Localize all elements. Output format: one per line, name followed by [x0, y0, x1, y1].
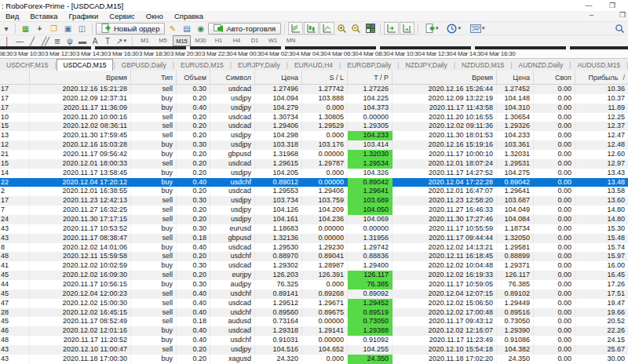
menu-item[interactable]: Вставка [24, 12, 63, 20]
chart-shift-icon[interactable] [400, 22, 414, 35]
menu-item[interactable]: Окно [141, 12, 169, 20]
fibonacci-tool-icon[interactable]: ≣ [52, 35, 63, 47]
table-row[interactable]: 13 2020.11.30 17:59:45 sell 0.20 usdjpy … [0, 131, 628, 140]
table-row[interactable]: 43 2020.11.17 08:38:47 sell 0.18 gbpusd … [0, 234, 628, 243]
timeframe-button-m30[interactable]: M30 [192, 35, 209, 45]
maximize-button[interactable]: ❐ [604, 1, 620, 10]
horizontal-line-tool-icon[interactable]: — [14, 35, 25, 47]
header-open-time[interactable]: Время [30, 71, 131, 84]
menu-item[interactable]: Справка [169, 12, 209, 20]
document-restore-button[interactable]: ❐ [619, 11, 626, 19]
fullscreen-icon[interactable]: ▣ [61, 23, 75, 35]
chart-tab-nzdusd-m15[interactable]: NZDUSD,M15 [455, 59, 510, 71]
timeframe-button-m5[interactable]: M5 [155, 35, 171, 45]
timeframe-button-h4[interactable]: H4 [228, 35, 245, 45]
table-row[interactable]: 43 2020.12.10 11:00:47 sell 0.20 usdjpy … [0, 345, 628, 355]
minimize-button[interactable]: — [581, 1, 597, 10]
autoscroll-icon[interactable] [384, 22, 399, 35]
header-type[interactable]: Тип [131, 71, 177, 84]
shapes-tool-icon[interactable]: ▬ [77, 35, 88, 47]
bar-chart-type-icon[interactable] [288, 22, 303, 35]
toolbar-overflow-caret-icon[interactable]: ▾ [1, 23, 12, 35]
table-row[interactable]: 24 2020.11.30 17:17:15 sell 0.20 usdjpy … [0, 215, 628, 224]
line-chart-type-icon[interactable] [319, 22, 334, 35]
header-close-time[interactable]: Время [392, 71, 497, 84]
table-row[interactable]: 45 2020.12.02 16:09:30 sell 0.20 eurjpy … [0, 271, 628, 280]
profiles-dropdown[interactable]: ▾ [466, 23, 489, 35]
candlestick-chart-type-icon[interactable] [304, 22, 319, 35]
text-tool-icon[interactable]: A [89, 35, 100, 47]
vertical-line-tool-icon[interactable]: │ [2, 35, 13, 47]
header-volume[interactable]: Объем [177, 71, 210, 84]
table-row[interactable]: 48 2020.11.17 11:20:52 buy 0.40 usdchf 0… [0, 336, 628, 345]
arrows-tool-dropdown[interactable]: ↗▾ [115, 35, 128, 47]
header-profit[interactable]: Прибыль / [575, 71, 628, 84]
period-clock-dropdown[interactable]: ▾ [443, 23, 465, 35]
menu-item[interactable]: Вид [0, 12, 24, 20]
chart-tab-euraud-h4[interactable]: EURAUD,H4 [288, 59, 339, 71]
header-symbol[interactable]: Символ [210, 71, 255, 84]
chart-tab-eurgbp-daily[interactable]: EURGBP,Daily [341, 59, 397, 71]
table-row[interactable]: 43 2020.11.17 10:53:52 buy 0.30 eurusd 1… [0, 224, 628, 234]
chart-tab-gbpusd-daily[interactable]: GBPUSD,Daily [115, 59, 173, 71]
strategy-tester-icon[interactable]: ▤ [180, 23, 193, 35]
market-globe-icon[interactable]: ◉ [194, 23, 207, 35]
table-row[interactable]: 10 2020.11.20 10:00:16 sell 0.20 usdcad … [0, 113, 628, 122]
table-row[interactable]: 15 2020.12.01 18:00:33 sell 0.20 usdcad … [0, 159, 628, 169]
table-row[interactable]: 45 2020.12.04 12:00:23 sell 0.40 usdchf … [0, 289, 628, 299]
timeframe-button-mn[interactable]: MN [283, 35, 299, 45]
chart-tab-audusd-m15[interactable]: AUDUSD,M15 [571, 59, 626, 71]
header-sl[interactable]: S / L [302, 71, 348, 84]
table-row[interactable]: 41 2020.12.02 10:02:59 buy 0.30 usdcad 1… [0, 261, 628, 271]
chart-tab-eurjpy-daily[interactable]: EURJPY,Daily [232, 59, 287, 71]
header-ticket[interactable] [0, 71, 30, 84]
table-row[interactable]: 17 2020.11.23 12:42:13 sell 0.30 usdjpy … [0, 196, 628, 206]
zoom-in-icon[interactable] [335, 23, 349, 35]
new-order-button[interactable]: Новый ордер [96, 23, 165, 35]
table-row[interactable]: 17 2020.11.17 11:36:09 buy 0.40 usdjpy 1… [0, 104, 628, 113]
table-row[interactable]: 14 2020.11.17 13:58:45 buy 0.20 usdjpy 1… [0, 169, 628, 178]
search-icon[interactable] [615, 24, 625, 34]
table-row[interactable]: 28 2020.12.02 16:45:15 sell 0.40 usdchf … [0, 308, 628, 318]
table-row[interactable]: 48 2020.12.11 15:59:58 sell 0.20 usdchf … [0, 252, 628, 261]
timeframe-button-w1[interactable]: W1 [265, 35, 281, 45]
table-row[interactable]: 17 2020.12.16 15:21:28 sell 0.30 usdcad … [0, 85, 628, 94]
timeframe-button-h1[interactable]: H1 [210, 35, 227, 45]
table-row[interactable]: 17 2020.12.09 12:37:31 buy 0.20 usdjpy 1… [0, 94, 628, 104]
objects-icon[interactable]: ❐ [47, 23, 60, 35]
table-row[interactable]: 2 2020.12.01 16:38:55 buy 0.20 usdcad 1.… [0, 187, 628, 196]
table-row[interactable]: 47 2020.12.02 15:00:30 sell 0.40 usdcad … [0, 299, 628, 308]
timeframe-button-m1[interactable]: M1 [137, 35, 153, 45]
chart-tab-usdcad-m15[interactable]: USDCAD,M15 [57, 59, 114, 71]
document-minimize-button[interactable]: – [590, 11, 593, 19]
chart-tab-nzdjpy-daily[interactable]: NZDJPY,Daily [400, 59, 454, 71]
table-row[interactable]: 46 2020.12.02 12:01:16 buy 0.40 usdcad 1… [0, 326, 628, 336]
header-swap[interactable]: Своп [534, 71, 575, 84]
chart-tab-usdchf-m15[interactable]: USDCHF,M15 [0, 59, 54, 71]
menu-item[interactable]: Сервис [104, 12, 141, 20]
channel-tool-icon[interactable]: ╱╱ [39, 35, 50, 47]
trendline-tool-icon[interactable]: ╱ [27, 35, 38, 47]
chart-tab-audnzd-daily[interactable]: AUDNZD,Daily [513, 59, 570, 71]
chart-window-icon[interactable]: ▦ [19, 23, 32, 35]
zoom-out-icon[interactable] [349, 23, 363, 35]
menu-item[interactable]: Графики [64, 12, 104, 20]
timeframe-button-m15[interactable]: M15 [173, 35, 191, 46]
metaeditor-icon[interactable]: ✎ [166, 23, 179, 35]
text-label-tool-icon[interactable]: T [102, 35, 113, 47]
table-row[interactable]: 15 2020.12.02 08:36:11 sell 0.20 usdcad … [0, 122, 628, 131]
table-row[interactable]: 43 2020.11.18 17:00:30 buy 0.20 xagusd 2… [0, 355, 628, 364]
table-row[interactable]: 12 2020.12.16 15:03:28 buy 0.30 usdjpy 1… [0, 140, 628, 150]
autotrading-button[interactable]: Авто-торговля [208, 23, 281, 35]
new-chart-dropdown[interactable]: ▾ [422, 23, 442, 35]
timeframe-button-d1[interactable]: D1 [246, 35, 263, 45]
table-row[interactable]: 22 2020.12.04 17:20:12 buy 0.40 usdchf 0… [0, 178, 628, 187]
table-row[interactable]: 44 2020.11.17 10:56:15 buy 0.30 audjpy 7… [0, 280, 628, 289]
table-row[interactable]: 7 2020.11.27 16:32:25 sell 0.20 usdjpy 1… [0, 206, 628, 215]
header-close-price[interactable]: Цена [497, 71, 534, 84]
table-row[interactable]: 8 2020.12.02 14:01:06 buy 0.40 usdcad 1.… [0, 243, 628, 253]
chart-tab-eurusd-m15[interactable]: EURUSD,M15 [174, 59, 230, 71]
table-row[interactable]: 21 2020.11.17 09:56:42 buy 0.20 gbpusd 1… [0, 150, 628, 159]
crosshair-icon[interactable]: + [33, 23, 46, 35]
header-tp[interactable]: T / P [348, 71, 392, 84]
